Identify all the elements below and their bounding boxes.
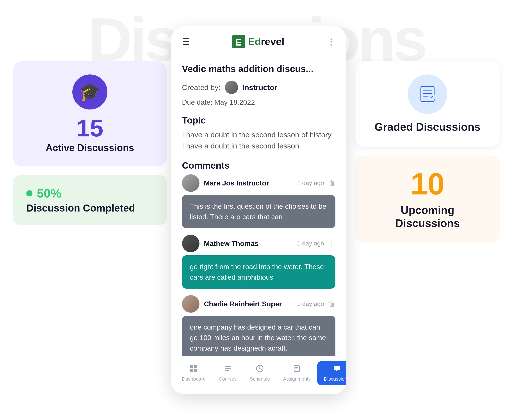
comment-name: Mathew Thomas [204, 240, 293, 248]
active-discussions-card: 🎓 15 Active Discussions [13, 61, 167, 166]
phone-mockup: ☰ Edrevel ⋮ Vedic maths addition discus.… [171, 26, 346, 394]
comment-header: Mathew Thomas 1 day ago ⋮ [182, 235, 335, 252]
svg-rect-1 [194, 365, 197, 368]
comment-bubble: go right from the road into the water. T… [182, 255, 335, 289]
trash-icon[interactable]: 🗑 [328, 179, 335, 187]
graduation-icon: 🎓 [79, 82, 101, 102]
graded-icon-wrapper [408, 75, 447, 114]
comment-time: 1 day ago [297, 240, 324, 247]
logo-icon [232, 35, 245, 48]
completed-label: Discussion Completed [26, 202, 154, 214]
comment-time: 1 day ago [297, 180, 324, 187]
topic-section: Topic I have a doubt in the second lesso… [182, 115, 335, 151]
nav-label-discussions: Discussions [324, 376, 346, 382]
created-by-row: Created by: Instructor [182, 81, 335, 94]
comment-name: Mara Jos Instructor [204, 179, 293, 187]
graded-title-text: Graded Discussions [374, 121, 481, 133]
schedule-icon [256, 365, 264, 375]
right-panel: Graded Discussions 10 Upcoming Discussio… [355, 61, 500, 243]
graded-title: Graded Discussions [374, 120, 481, 134]
logo-container: Edrevel [232, 35, 284, 48]
instructor-avatar [225, 81, 238, 94]
comment-header: Charlie Reinheirt Super 1 day ago 🗑 [182, 295, 335, 313]
green-dot [26, 190, 32, 196]
svg-rect-6 [225, 370, 229, 371]
upcoming-title: Upcoming Discussions [368, 204, 487, 230]
nav-label-schedule: Schedule [250, 376, 270, 382]
comment-bubble: one company has designed a car that can … [182, 316, 335, 356]
bottom-nav: Dashboard Courses Schedule [171, 356, 346, 394]
trash-icon[interactable]: 🗑 [328, 300, 335, 308]
comment-time: 1 day ago [297, 300, 324, 308]
upcoming-count: 10 [410, 169, 445, 199]
comment-item: Mathew Thomas 1 day ago ⋮ go right from … [182, 235, 335, 289]
avatar [182, 295, 200, 313]
svg-rect-2 [190, 369, 193, 372]
svg-rect-0 [190, 365, 193, 368]
comment-item: Charlie Reinheirt Super 1 day ago 🗑 one … [182, 295, 335, 356]
instructor-name: Instructor [242, 83, 277, 92]
courses-icon [224, 365, 232, 375]
comment-header: Mara Jos Instructor 1 day ago 🗑 [182, 174, 335, 192]
comment-text: one company has designed a car that can … [190, 323, 326, 352]
graded-icon [417, 83, 438, 105]
svg-line-9 [260, 368, 262, 369]
nav-assignments[interactable]: Assignments [276, 361, 317, 385]
svg-rect-4 [225, 366, 231, 367]
upcoming-title-text: Upcoming Discussions [395, 204, 460, 230]
nav-discussions[interactable]: Discussions [317, 361, 346, 385]
assignments-icon [293, 365, 301, 375]
avatar [182, 235, 200, 252]
svg-rect-5 [225, 368, 231, 369]
discussions-icon [333, 365, 341, 375]
more-icon[interactable]: ⋮ [327, 37, 335, 47]
comment-item: Mara Jos Instructor 1 day ago 🗑 This is … [182, 174, 335, 228]
active-label: Active Discussions [46, 142, 134, 153]
topic-text: I have a doubt in the second lesson of h… [182, 129, 335, 151]
avatar [182, 174, 200, 192]
completed-card: 50% Discussion Completed [13, 175, 167, 225]
nav-label-assignments: Assignments [283, 376, 311, 382]
logo-prefix: Ed [248, 36, 261, 47]
svg-rect-3 [194, 369, 197, 372]
nav-dashboard[interactable]: Dashboard [175, 361, 212, 385]
nav-label-dashboard: Dashboard [182, 376, 206, 382]
comments-section: Comments Mara Jos Instructor 1 day ago 🗑… [182, 160, 335, 356]
nav-schedule[interactable]: Schedule [243, 361, 277, 385]
graded-discussions-card: Graded Discussions [355, 61, 500, 147]
comment-name: Charlie Reinheirt Super [204, 300, 293, 308]
phone-header: ☰ Edrevel ⋮ [171, 26, 346, 55]
active-count: 15 [77, 116, 103, 140]
nav-courses[interactable]: Courses [212, 361, 243, 385]
nav-label-courses: Courses [219, 376, 237, 382]
upcoming-discussions-card: 10 Upcoming Discussions [355, 156, 500, 243]
comment-text: This is the first question of the choise… [190, 202, 326, 221]
discussion-title: Vedic maths addition discus... [182, 64, 335, 74]
comment-text: go right from the road into the water. T… [190, 263, 324, 281]
percentage-value: 50% [37, 186, 61, 200]
logo-text: Edrevel [248, 36, 284, 47]
created-by-label: Created by: [182, 83, 221, 92]
graduation-icon-wrapper: 🎓 [72, 75, 108, 110]
comment-bubble: This is the first question of the choise… [182, 195, 335, 228]
left-panel: 🎓 15 Active Discussions 50% Discussion C… [13, 61, 167, 225]
phone-content: Vedic maths addition discus... Created b… [171, 55, 346, 356]
dashboard-icon [190, 365, 198, 375]
completed-percentage: 50% [26, 186, 154, 200]
due-date: Due date: May 18,2022 [182, 98, 335, 106]
comment-menu-icon[interactable]: ⋮ [328, 239, 335, 248]
topic-heading: Topic [182, 115, 335, 126]
comments-heading: Comments [182, 160, 335, 171]
hamburger-icon[interactable]: ☰ [182, 37, 190, 47]
